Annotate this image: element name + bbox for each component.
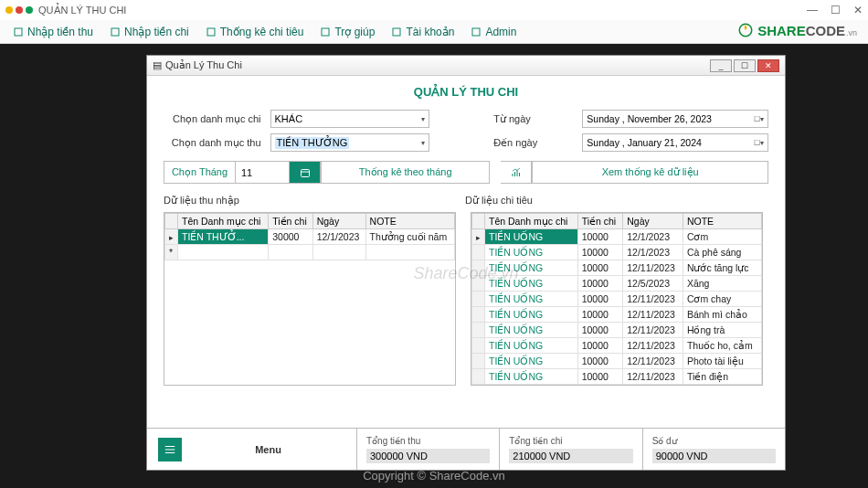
calendar-icon	[290, 161, 321, 184]
menu-thống-kê-chi-tiêu[interactable]: Thống kê chi tiêu	[206, 26, 304, 38]
svg-rect-0	[15, 28, 22, 36]
svg-rect-7	[301, 169, 309, 176]
menu-nhập-tiền-chi[interactable]: Nhập tiền chi	[110, 26, 189, 38]
combo-chi[interactable]: KHÁC▾	[270, 110, 430, 128]
menu-nhập-tiền-thu[interactable]: Nhập tiền thu	[13, 26, 93, 38]
table-row[interactable]: TIỀN UỐNG1000012/1/2023Cơm	[472, 229, 762, 245]
table-row[interactable]: TIỀN UỐNG1000012/11/2023Bánh mì chảo	[472, 307, 762, 323]
svg-rect-4	[393, 28, 400, 36]
btn-view-stat[interactable]: Xem thống kê dữ liệu	[532, 161, 768, 184]
value-balance: 90000 VND	[652, 449, 776, 463]
svg-rect-2	[207, 28, 215, 36]
outer-titlebar: QUẢN LÝ THU CHI — ☐ ✕	[0, 0, 868, 20]
win-minimize-button[interactable]: _	[710, 59, 732, 72]
input-month[interactable]: 11	[235, 161, 290, 184]
minimize-button[interactable]: —	[807, 4, 818, 16]
table-row[interactable]: TIỀN UỐNG1000012/11/2023Giữ xe tháng	[472, 385, 762, 387]
dialog-window: ▤ Quản Lý Thu Chi _ ☐ ✕ QUẢN LÝ THU CHI …	[146, 55, 786, 471]
copyright: Copyright © ShareCode.vn	[363, 469, 505, 483]
label-income-grid: Dữ liệu thu nhập	[164, 195, 447, 207]
close-button[interactable]: ✕	[853, 4, 863, 16]
menu-icon	[158, 438, 182, 461]
menu-trợ-giúp[interactable]: Trợ giúp	[320, 26, 375, 38]
label-from: Từ ngày	[493, 113, 573, 125]
table-row[interactable]: *	[165, 245, 455, 260]
label-sum-out: Tổng tiền chi	[509, 436, 632, 446]
svg-rect-1	[111, 28, 119, 36]
dialog-titlebar[interactable]: ▤ Quản Lý Thu Chi _ ☐ ✕	[147, 56, 785, 76]
maximize-button[interactable]: ☐	[831, 4, 841, 16]
table-row[interactable]: TIỀN UỐNG1000012/11/2023Photo tài liệu	[472, 354, 762, 369]
menu-admin[interactable]: Admin	[471, 26, 516, 38]
label-month: Chọn Tháng	[164, 161, 235, 184]
win-close-button[interactable]: ✕	[757, 59, 779, 72]
menu-tài-khoản[interactable]: Tài khoản	[391, 26, 454, 38]
win-maximize-button[interactable]: ☐	[734, 59, 756, 72]
sharecode-logo: SHARECODE.vn	[737, 22, 857, 38]
table-row[interactable]: TIỀN UỐNG1000012/11/2023Hồng trà	[472, 323, 762, 338]
value-sum-out: 210000 VND	[509, 449, 632, 463]
svg-rect-5	[472, 28, 480, 36]
form-heading: QUẢN LÝ THU CHI	[164, 85, 768, 99]
table-row[interactable]: TIỀN UỐNG1000012/11/2023Cơm chay	[472, 292, 762, 307]
date-from[interactable]: Sunday , November 26, 2023☐▾	[582, 110, 768, 128]
dialog-title: Quản Lý Thu Chi	[165, 59, 242, 71]
value-sum-in: 300000 VND	[366, 449, 490, 463]
outer-title-text: QUẢN LÝ THU CHI	[38, 5, 126, 16]
expense-grid[interactable]: Tên Danh mục chiTiền chiNgàyNOTETIỀN UỐN…	[471, 212, 763, 386]
label-chi: Chọn danh mục chi	[164, 113, 261, 125]
chart-icon	[501, 161, 532, 184]
svg-rect-3	[322, 28, 329, 36]
label-thu: Chọn danh mục thu	[164, 137, 261, 149]
date-to[interactable]: Sunday , January 21, 2024☐▾	[582, 133, 768, 152]
label-expense-grid: Dữ liệu chi tiêu	[465, 195, 748, 207]
label-to: Đến ngày	[493, 137, 573, 149]
table-row[interactable]: TIỀN UỐNG1000012/11/2023Tiền điện	[472, 369, 762, 385]
table-row[interactable]: TIỀN THƯỞ...3000012/1/2023Thưởng cuối nă…	[165, 229, 455, 245]
label-sum-in: Tổng tiền thu	[366, 436, 490, 446]
table-row[interactable]: TIỀN UỐNG1000012/1/2023Cà phê sáng	[472, 245, 762, 260]
label-balance: Số dư	[652, 436, 776, 446]
menu-button[interactable]: Menu	[147, 429, 357, 470]
table-row[interactable]: TIỀN UỐNG1000012/11/2023Nước tăng lực	[472, 260, 762, 276]
income-grid[interactable]: Tên Danh mục chiTiền chiNgàyNOTETIỀN THƯ…	[164, 212, 456, 386]
combo-thu[interactable]: TIỀN THƯỞNG▾	[270, 133, 430, 152]
table-row[interactable]: TIỀN UỐNG1000012/5/2023Xăng	[472, 276, 762, 292]
btn-stat-month[interactable]: Thống kê theo tháng	[321, 161, 490, 184]
table-row[interactable]: TIỀN UỐNG1000012/11/2023Thuốc ho, cảm	[472, 338, 762, 354]
